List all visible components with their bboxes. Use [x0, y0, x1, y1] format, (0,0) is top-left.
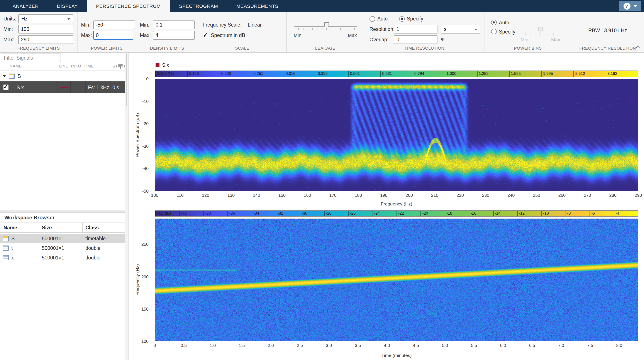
col-ws-name[interactable]: Name	[0, 223, 39, 232]
power-max-input[interactable]: 0	[93, 31, 133, 40]
leakage-slider-thumb[interactable]	[324, 22, 329, 28]
tab-analyzer[interactable]: ANALYZER	[4, 0, 48, 12]
tick-label: 100	[151, 193, 158, 198]
tab-measurements[interactable]: MEASUREMENTS	[227, 0, 288, 12]
section-label: POWER BINS	[485, 46, 571, 50]
col-ws-class[interactable]: Class	[83, 223, 124, 232]
tick-label: 1.000	[445, 71, 456, 77]
col-name: NAME	[10, 64, 22, 68]
tick-label: 0.398	[316, 71, 328, 77]
tick-label: 120	[202, 193, 209, 198]
collapse-arrow-icon[interactable]	[2, 75, 6, 77]
power-min-input[interactable]	[93, 20, 135, 29]
tick-label: 1.259	[477, 71, 488, 77]
tick-label: 5.0	[442, 343, 448, 348]
signal-analyzer-app: ANALYZER DISPLAY PERSISTENCE SPECTRUM SP…	[0, 0, 644, 360]
tick-label: -28	[324, 211, 332, 216]
col-info: INFO	[71, 64, 81, 68]
spectrum-in-db-checkbox[interactable]	[202, 32, 208, 38]
tick-label: 5.5	[471, 343, 477, 348]
slider-ticks	[520, 33, 562, 35]
radio-icon	[491, 29, 497, 34]
resolution-units-value: s	[444, 26, 446, 32]
toolstrip-tab-bar: ANALYZER DISPLAY PERSISTENCE SPECTRUM SP…	[0, 0, 644, 12]
power-bins-slider: Min: Max:	[520, 19, 562, 46]
density-limits-section: Min: Max: DENSITY LIMITS	[136, 12, 198, 52]
frequency-scale-label: Frequency Scale:	[202, 22, 242, 27]
persistence-canvas[interactable]	[155, 79, 638, 191]
workspace-row[interactable]: x 500001×1 double	[0, 253, 124, 263]
plot-legend[interactable]: S.x	[156, 62, 169, 67]
help-icon[interactable]: ?	[623, 2, 630, 9]
time-resolution-auto-radio[interactable]: Auto	[370, 16, 388, 21]
tick-label: 0.794	[413, 71, 424, 77]
workspace-row[interactable]: S 500001×1 timetable	[0, 234, 124, 243]
tick-label: 6.5	[529, 343, 535, 348]
leakage-min-label: Min	[294, 33, 301, 38]
tick-label: 0.251	[252, 71, 263, 77]
frequency-scale-value[interactable]: Linear	[248, 22, 262, 27]
section-label: POWER LIMITS	[78, 46, 136, 50]
spectrogram-y-axis: 100150200250	[128, 219, 152, 341]
resolution-input[interactable]	[394, 25, 438, 33]
scrollbar-thumb[interactable]	[126, 53, 127, 106]
spectrogram-ylabel: Frequency (Hz)	[135, 264, 140, 296]
chevron-down-icon[interactable]	[633, 5, 637, 9]
power-bins-section: Auto Specify Min: Max:	[485, 12, 571, 52]
col-ws-size[interactable]: Size	[39, 223, 83, 232]
filter-signals-input[interactable]	[1, 53, 61, 62]
rbw-readout: RBW : 3.9101 Hz	[571, 12, 644, 33]
tick-label: 6.0	[500, 343, 506, 348]
resolution-units-dropdown[interactable]: s	[441, 25, 480, 33]
tick-label: -22	[396, 211, 404, 216]
help-button[interactable]: ?	[619, 1, 642, 11]
freq-min-input[interactable]	[18, 25, 73, 33]
tab-spectrogram[interactable]: SPECTROGRAM	[170, 0, 227, 12]
variable-name: t	[11, 246, 13, 251]
tick-label: 140	[253, 193, 260, 198]
panel-scrollbar[interactable]	[124, 53, 128, 360]
units-dropdown[interactable]: Hz	[18, 14, 73, 23]
collapse-ribbon-icon[interactable]	[636, 45, 640, 50]
density-max-input[interactable]	[153, 31, 195, 40]
power-bins-auto-radio[interactable]: Auto	[491, 19, 515, 25]
workspace-row[interactable]: t 500001×1 double	[0, 243, 124, 253]
tick-label: 3.5	[355, 343, 361, 348]
frequency-resolution-section: RBW : 3.9101 Hz FREQUENCY RESOLUTION	[571, 12, 644, 52]
tab-display[interactable]: DISPLAY	[48, 0, 87, 12]
tick-label: 260	[558, 193, 566, 198]
tick-label: 180	[355, 193, 362, 198]
tick-label: 0	[146, 76, 148, 81]
spectrogram-canvas[interactable]	[155, 219, 638, 341]
tab-persistence-spectrum[interactable]: PERSISTENCE SPECTRUM	[87, 0, 170, 12]
main-content: NAME LINE INFO TIME START S S.x Fs: 1 kH…	[0, 53, 644, 360]
signal-row[interactable]: S.x Fs: 1 kHz 0 s	[0, 81, 124, 93]
frequency-limits-section: Units: Hz Min: Max: FREQUENCY LIMITS	[0, 12, 78, 52]
tick-label: -32	[276, 211, 283, 216]
spectrogram-plot[interactable]	[155, 219, 638, 341]
resolution-label: Resolution:	[370, 26, 394, 32]
density-min-label: Min:	[140, 22, 153, 27]
freq-max-label: Max:	[4, 37, 18, 42]
signal-group-row[interactable]: S	[0, 72, 124, 80]
section-label: FREQUENCY RESOLUTION	[571, 46, 644, 50]
chevron-down-icon	[474, 28, 477, 31]
tick-label: 0.200	[220, 71, 231, 77]
power-bins-max-label: Max:	[551, 37, 562, 42]
power-bins-min-label: Min:	[520, 37, 530, 42]
freq-max-input[interactable]	[18, 35, 73, 44]
tick-label: 2.5	[297, 343, 303, 348]
time-resolution-specify-radio[interactable]: Specify	[399, 16, 423, 21]
persistence-plot[interactable]	[155, 79, 638, 191]
panel-splitter[interactable]	[0, 210, 124, 213]
workspace-browser-title: Workspace Browser	[4, 215, 54, 221]
spectrogram-x-axis: 00.51.01.52.02.53.03.54.04.55.05.56.06.5…	[155, 343, 638, 349]
tick-label: 210	[431, 193, 438, 198]
signal-name: S.x	[16, 81, 24, 93]
units-value: Hz	[21, 16, 28, 21]
overlap-input[interactable]	[394, 35, 438, 44]
density-min-input[interactable]	[153, 20, 195, 29]
signal-visibility-checkbox[interactable]	[3, 84, 8, 90]
radio-label: Auto	[499, 20, 509, 25]
power-bins-specify-radio[interactable]: Specify	[491, 29, 515, 34]
